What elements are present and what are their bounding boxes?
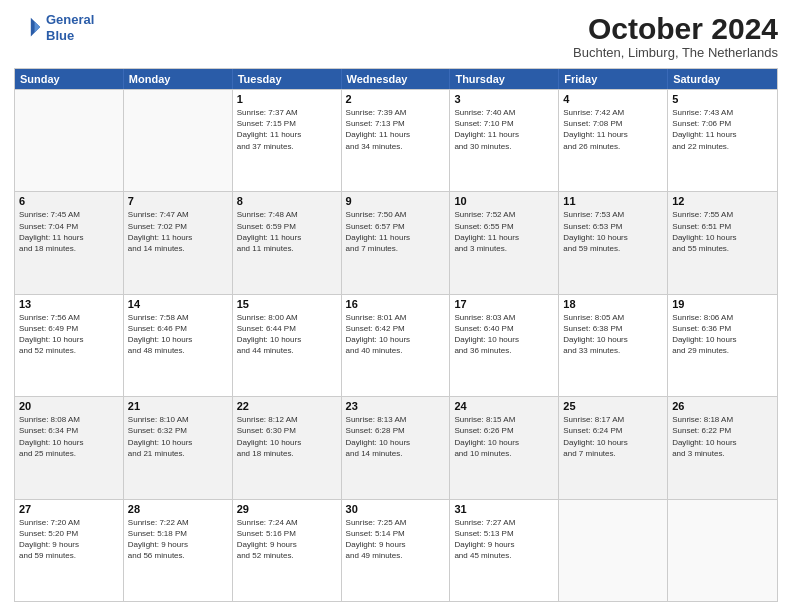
day-cell-14: 14Sunrise: 7:58 AM Sunset: 6:46 PM Dayli… (124, 295, 233, 396)
day-info: Sunrise: 8:13 AM Sunset: 6:28 PM Dayligh… (346, 414, 446, 459)
day-info: Sunrise: 8:18 AM Sunset: 6:22 PM Dayligh… (672, 414, 773, 459)
day-info: Sunrise: 8:15 AM Sunset: 6:26 PM Dayligh… (454, 414, 554, 459)
week-row-4: 20Sunrise: 8:08 AM Sunset: 6:34 PM Dayli… (15, 396, 777, 498)
day-cell-5: 5Sunrise: 7:43 AM Sunset: 7:06 PM Daylig… (668, 90, 777, 191)
week-row-1: 1Sunrise: 7:37 AM Sunset: 7:15 PM Daylig… (15, 89, 777, 191)
svg-marker-1 (35, 21, 41, 32)
day-info: Sunrise: 7:22 AM Sunset: 5:18 PM Dayligh… (128, 517, 228, 562)
day-cell-31: 31Sunrise: 7:27 AM Sunset: 5:13 PM Dayli… (450, 500, 559, 601)
day-number: 17 (454, 298, 554, 310)
header-day-saturday: Saturday (668, 69, 777, 89)
day-number: 24 (454, 400, 554, 412)
day-number: 10 (454, 195, 554, 207)
day-cell-30: 30Sunrise: 7:25 AM Sunset: 5:14 PM Dayli… (342, 500, 451, 601)
day-cell-10: 10Sunrise: 7:52 AM Sunset: 6:55 PM Dayli… (450, 192, 559, 293)
day-cell-19: 19Sunrise: 8:06 AM Sunset: 6:36 PM Dayli… (668, 295, 777, 396)
day-number: 14 (128, 298, 228, 310)
day-info: Sunrise: 7:25 AM Sunset: 5:14 PM Dayligh… (346, 517, 446, 562)
day-info: Sunrise: 7:39 AM Sunset: 7:13 PM Dayligh… (346, 107, 446, 152)
day-info: Sunrise: 7:27 AM Sunset: 5:13 PM Dayligh… (454, 517, 554, 562)
week-row-2: 6Sunrise: 7:45 AM Sunset: 7:04 PM Daylig… (15, 191, 777, 293)
day-cell-6: 6Sunrise: 7:45 AM Sunset: 7:04 PM Daylig… (15, 192, 124, 293)
day-info: Sunrise: 8:06 AM Sunset: 6:36 PM Dayligh… (672, 312, 773, 357)
day-cell-18: 18Sunrise: 8:05 AM Sunset: 6:38 PM Dayli… (559, 295, 668, 396)
day-info: Sunrise: 7:58 AM Sunset: 6:46 PM Dayligh… (128, 312, 228, 357)
day-cell-4: 4Sunrise: 7:42 AM Sunset: 7:08 PM Daylig… (559, 90, 668, 191)
day-cell-25: 25Sunrise: 8:17 AM Sunset: 6:24 PM Dayli… (559, 397, 668, 498)
header-day-thursday: Thursday (450, 69, 559, 89)
day-number: 20 (19, 400, 119, 412)
logo-text: General Blue (46, 12, 94, 43)
day-info: Sunrise: 7:50 AM Sunset: 6:57 PM Dayligh… (346, 209, 446, 254)
header-day-friday: Friday (559, 69, 668, 89)
day-number: 23 (346, 400, 446, 412)
month-title: October 2024 (573, 12, 778, 45)
day-cell-26: 26Sunrise: 8:18 AM Sunset: 6:22 PM Dayli… (668, 397, 777, 498)
header-day-tuesday: Tuesday (233, 69, 342, 89)
day-number: 21 (128, 400, 228, 412)
day-number: 27 (19, 503, 119, 515)
day-cell-12: 12Sunrise: 7:55 AM Sunset: 6:51 PM Dayli… (668, 192, 777, 293)
day-number: 26 (672, 400, 773, 412)
day-cell-21: 21Sunrise: 8:10 AM Sunset: 6:32 PM Dayli… (124, 397, 233, 498)
calendar-body: 1Sunrise: 7:37 AM Sunset: 7:15 PM Daylig… (15, 89, 777, 601)
empty-cell (559, 500, 668, 601)
day-cell-9: 9Sunrise: 7:50 AM Sunset: 6:57 PM Daylig… (342, 192, 451, 293)
day-cell-17: 17Sunrise: 8:03 AM Sunset: 6:40 PM Dayli… (450, 295, 559, 396)
day-info: Sunrise: 7:45 AM Sunset: 7:04 PM Dayligh… (19, 209, 119, 254)
day-info: Sunrise: 7:40 AM Sunset: 7:10 PM Dayligh… (454, 107, 554, 152)
day-number: 11 (563, 195, 663, 207)
day-number: 16 (346, 298, 446, 310)
empty-cell (668, 500, 777, 601)
week-row-3: 13Sunrise: 7:56 AM Sunset: 6:49 PM Dayli… (15, 294, 777, 396)
calendar-header: SundayMondayTuesdayWednesdayThursdayFrid… (15, 69, 777, 89)
day-number: 2 (346, 93, 446, 105)
day-number: 7 (128, 195, 228, 207)
day-number: 15 (237, 298, 337, 310)
day-cell-3: 3Sunrise: 7:40 AM Sunset: 7:10 PM Daylig… (450, 90, 559, 191)
day-info: Sunrise: 7:48 AM Sunset: 6:59 PM Dayligh… (237, 209, 337, 254)
day-info: Sunrise: 7:24 AM Sunset: 5:16 PM Dayligh… (237, 517, 337, 562)
day-cell-13: 13Sunrise: 7:56 AM Sunset: 6:49 PM Dayli… (15, 295, 124, 396)
day-info: Sunrise: 8:12 AM Sunset: 6:30 PM Dayligh… (237, 414, 337, 459)
header-day-monday: Monday (124, 69, 233, 89)
calendar: SundayMondayTuesdayWednesdayThursdayFrid… (14, 68, 778, 602)
page: General Blue October 2024 Buchten, Limbu… (0, 0, 792, 612)
logo-icon (14, 14, 42, 42)
day-info: Sunrise: 8:03 AM Sunset: 6:40 PM Dayligh… (454, 312, 554, 357)
header-day-sunday: Sunday (15, 69, 124, 89)
empty-cell (15, 90, 124, 191)
day-info: Sunrise: 7:53 AM Sunset: 6:53 PM Dayligh… (563, 209, 663, 254)
header: General Blue October 2024 Buchten, Limbu… (14, 12, 778, 60)
day-number: 4 (563, 93, 663, 105)
day-info: Sunrise: 7:56 AM Sunset: 6:49 PM Dayligh… (19, 312, 119, 357)
day-number: 28 (128, 503, 228, 515)
day-cell-8: 8Sunrise: 7:48 AM Sunset: 6:59 PM Daylig… (233, 192, 342, 293)
day-info: Sunrise: 8:00 AM Sunset: 6:44 PM Dayligh… (237, 312, 337, 357)
day-cell-24: 24Sunrise: 8:15 AM Sunset: 6:26 PM Dayli… (450, 397, 559, 498)
day-info: Sunrise: 8:08 AM Sunset: 6:34 PM Dayligh… (19, 414, 119, 459)
day-number: 18 (563, 298, 663, 310)
day-cell-2: 2Sunrise: 7:39 AM Sunset: 7:13 PM Daylig… (342, 90, 451, 191)
day-cell-29: 29Sunrise: 7:24 AM Sunset: 5:16 PM Dayli… (233, 500, 342, 601)
subtitle: Buchten, Limburg, The Netherlands (573, 45, 778, 60)
day-cell-20: 20Sunrise: 8:08 AM Sunset: 6:34 PM Dayli… (15, 397, 124, 498)
day-cell-16: 16Sunrise: 8:01 AM Sunset: 6:42 PM Dayli… (342, 295, 451, 396)
day-info: Sunrise: 7:47 AM Sunset: 7:02 PM Dayligh… (128, 209, 228, 254)
day-cell-23: 23Sunrise: 8:13 AM Sunset: 6:28 PM Dayli… (342, 397, 451, 498)
day-info: Sunrise: 7:20 AM Sunset: 5:20 PM Dayligh… (19, 517, 119, 562)
day-cell-15: 15Sunrise: 8:00 AM Sunset: 6:44 PM Dayli… (233, 295, 342, 396)
day-info: Sunrise: 8:10 AM Sunset: 6:32 PM Dayligh… (128, 414, 228, 459)
day-info: Sunrise: 7:52 AM Sunset: 6:55 PM Dayligh… (454, 209, 554, 254)
day-number: 29 (237, 503, 337, 515)
day-number: 31 (454, 503, 554, 515)
day-number: 30 (346, 503, 446, 515)
day-number: 13 (19, 298, 119, 310)
day-cell-7: 7Sunrise: 7:47 AM Sunset: 7:02 PM Daylig… (124, 192, 233, 293)
day-number: 9 (346, 195, 446, 207)
day-number: 6 (19, 195, 119, 207)
day-cell-28: 28Sunrise: 7:22 AM Sunset: 5:18 PM Dayli… (124, 500, 233, 601)
day-cell-1: 1Sunrise: 7:37 AM Sunset: 7:15 PM Daylig… (233, 90, 342, 191)
logo-line1: General (46, 12, 94, 28)
day-info: Sunrise: 8:17 AM Sunset: 6:24 PM Dayligh… (563, 414, 663, 459)
